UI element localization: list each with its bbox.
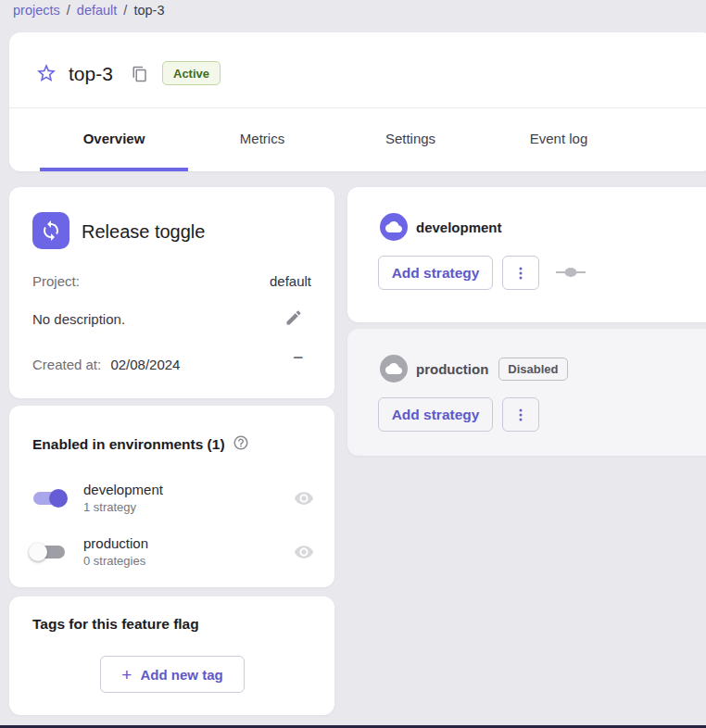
favorite-star-icon[interactable] <box>35 62 57 84</box>
add-new-tag-label: Add new tag <box>140 667 222 683</box>
environment-row-production: production 0 strategies <box>28 530 314 574</box>
created-label: Created at: <box>32 357 101 372</box>
active-tab-indicator <box>40 168 188 171</box>
tab-settings[interactable]: Settings <box>336 108 485 168</box>
tags-heading: Tags for this feature flag <box>32 616 199 633</box>
environments-heading-text: Enabled in environments (1) <box>32 436 225 453</box>
breadcrumb-separator: / <box>123 3 127 18</box>
environment-panel-name: development <box>416 220 502 235</box>
breadcrumb-default[interactable]: default <box>77 3 118 18</box>
eye-icon[interactable] <box>294 542 314 562</box>
development-panel-header: development <box>380 213 502 241</box>
production-toggle[interactable] <box>28 541 70 563</box>
plus-icon: + <box>121 666 132 684</box>
project-label: Project: <box>32 273 80 289</box>
flag-type-title: Release toggle <box>82 221 205 243</box>
created-row: Created at: 02/08/2024 <box>32 357 180 372</box>
feature-flag-page: projects / default / top-3 top-3 Active … <box>0 0 706 728</box>
tags-card: Tags for this feature flag + Add new tag <box>9 596 334 715</box>
environment-strategy-count: 1 strategy <box>83 499 163 516</box>
kebab-menu-icon[interactable] <box>502 256 539 290</box>
flag-header-card: top-3 Active Overview Metrics Settings E… <box>9 32 706 171</box>
development-environment-panel: development Add strategy <box>347 187 706 322</box>
collapse-icon[interactable]: – <box>293 346 303 367</box>
breadcrumb-separator: / <box>67 3 70 18</box>
environment-row-development: development 1 strategy <box>28 476 314 521</box>
eye-icon[interactable] <box>294 488 314 508</box>
kebab-menu-icon[interactable] <box>502 397 539 432</box>
pencil-icon[interactable] <box>284 308 303 327</box>
production-panel-actions: Add strategy <box>378 397 539 432</box>
add-new-tag-button[interactable]: + Add new tag <box>100 656 245 693</box>
development-toggle[interactable] <box>28 487 70 509</box>
status-badge: Active <box>162 61 221 85</box>
copy-icon[interactable] <box>132 66 148 82</box>
production-environment-panel: production Disabled Add strategy <box>347 329 706 456</box>
cloud-icon <box>380 213 408 241</box>
environment-name: production <box>83 534 148 553</box>
breadcrumb: projects / default / top-3 <box>13 3 164 18</box>
enabled-environments-card: Enabled in environments (1) development … <box>9 406 334 587</box>
breadcrumb-projects[interactable]: projects <box>13 3 60 18</box>
environments-heading: Enabled in environments (1) <box>32 434 249 455</box>
breadcrumb-current: top-3 <box>133 3 164 18</box>
tab-overview[interactable]: Overview <box>40 108 188 168</box>
environment-panel-name: production <box>416 361 488 377</box>
tab-event-log[interactable]: Event log <box>485 108 633 168</box>
development-panel-actions: Add strategy <box>378 256 586 290</box>
add-strategy-button[interactable]: Add strategy <box>378 397 493 432</box>
cloud-icon <box>380 355 408 383</box>
production-panel-header: production Disabled <box>380 355 568 383</box>
flag-overview-card: Release toggle Project: default No descr… <box>9 187 334 398</box>
created-value: 02/08/2024 <box>110 357 180 372</box>
add-strategy-button[interactable]: Add strategy <box>378 256 493 290</box>
tab-bar: Overview Metrics Settings Event log <box>40 108 633 168</box>
project-value: default <box>270 273 311 289</box>
tab-metrics[interactable]: Metrics <box>188 108 336 168</box>
flag-description: No description. <box>32 311 125 327</box>
environment-strategy-count: 0 strategies <box>83 553 148 570</box>
environment-name: development <box>83 481 163 499</box>
help-icon[interactable] <box>233 434 249 455</box>
flag-title: top-3 <box>69 63 113 85</box>
project-row: Project: default <box>32 273 311 289</box>
disabled-badge: Disabled <box>498 358 567 381</box>
line-dot-icon <box>556 265 586 282</box>
loop-icon <box>32 212 69 249</box>
